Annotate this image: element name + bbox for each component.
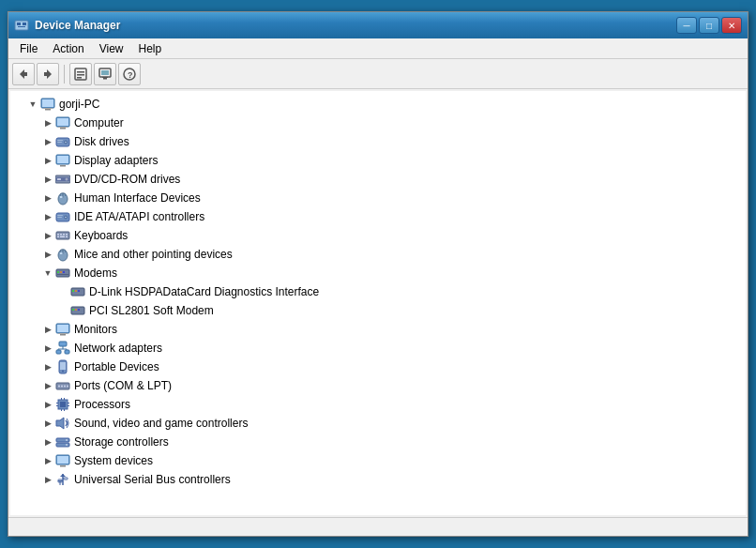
svg-point-91 xyxy=(61,386,63,388)
hid-icon xyxy=(55,190,70,206)
tree-node-usb[interactable]: ▶ Universal Serial Bus controllers xyxy=(10,470,746,489)
menu-help[interactable]: Help xyxy=(131,40,170,57)
svg-rect-77 xyxy=(58,333,68,334)
tree-node-system[interactable]: ▶ System devices xyxy=(10,451,746,470)
menu-action[interactable]: Action xyxy=(45,40,91,57)
svg-point-92 xyxy=(64,386,66,388)
tree-node-root[interactable]: ▼ gorji-PC xyxy=(10,95,746,114)
maximize-button[interactable]: □ xyxy=(699,17,719,34)
svg-point-107 xyxy=(66,439,68,441)
tree-node-dlink[interactable]: ▶ D-Link HSDPADataCard Diagnostics Inter… xyxy=(10,282,746,301)
forward-icon xyxy=(41,68,54,81)
toggle-diskdrives[interactable]: ▶ xyxy=(40,132,55,151)
svg-rect-19 xyxy=(42,99,53,107)
device-tree-panel[interactable]: ▼ gorji-PC ▶ xyxy=(10,91,746,515)
svg-rect-73 xyxy=(78,309,80,311)
toggle-computer[interactable]: ▶ xyxy=(40,114,55,132)
toggle-dvd[interactable]: ▶ xyxy=(40,170,55,189)
minimize-button[interactable]: ─ xyxy=(676,17,697,34)
svg-rect-87 xyxy=(60,362,66,370)
monitors-icon xyxy=(55,322,70,337)
title-bar-left: Device Manager xyxy=(14,18,120,33)
storage-label: Storage controllers xyxy=(74,435,169,449)
toggle-portable[interactable]: ▶ xyxy=(40,358,55,376)
ports-label: Ports (COM & LPT) xyxy=(74,379,172,392)
toggle-monitors[interactable]: ▶ xyxy=(40,320,55,339)
computer-icon xyxy=(40,97,55,112)
dvd-label: DVD/CD-ROM drives xyxy=(74,173,180,186)
menu-view[interactable]: View xyxy=(92,40,131,57)
toggle-ide[interactable]: ▶ xyxy=(40,207,55,226)
toggle-processors[interactable]: ▶ xyxy=(40,395,55,414)
tree-node-pci[interactable]: ▶ PCI SL2801 Soft Modem xyxy=(10,301,746,320)
network-icon xyxy=(55,341,70,356)
svg-rect-79 xyxy=(56,350,61,354)
toggle-hid[interactable]: ▶ xyxy=(40,189,55,207)
svg-rect-63 xyxy=(60,271,62,273)
svg-rect-49 xyxy=(57,234,59,236)
ide-label: IDE ATA/ATAPI controllers xyxy=(74,210,204,223)
toggle-display[interactable]: ▶ xyxy=(40,151,55,170)
svg-rect-29 xyxy=(57,140,63,141)
back-button[interactable] xyxy=(12,63,35,85)
toggle-ports[interactable]: ▶ xyxy=(40,376,55,395)
mice-icon xyxy=(55,247,70,262)
tree-node-sound[interactable]: ▶ Sound, video and game controllers xyxy=(10,414,746,433)
keyboard-icon xyxy=(55,228,70,243)
usb-icon xyxy=(55,472,70,487)
menu-file[interactable]: File xyxy=(12,40,45,57)
device-manager-window: Device Manager ─ □ ✕ File Action View He… xyxy=(8,11,748,537)
tree-node-diskdrives[interactable]: ▶ Disk drives xyxy=(10,132,746,151)
sound-icon xyxy=(55,416,70,431)
svg-rect-1 xyxy=(17,23,21,25)
svg-rect-110 xyxy=(57,456,68,464)
toggle-root[interactable]: ▼ xyxy=(25,95,40,114)
toggle-mice[interactable]: ▶ xyxy=(40,245,55,264)
toggle-storage[interactable]: ▶ xyxy=(40,433,55,451)
toggle-modems[interactable]: ▼ xyxy=(40,264,55,282)
tree-node-modems[interactable]: ▼ Modems xyxy=(10,264,746,282)
diskdrives-label: Disk drives xyxy=(74,135,129,148)
modems-icon xyxy=(55,266,70,281)
toggle-usb[interactable]: ▶ xyxy=(40,470,55,489)
tree-node-dvd[interactable]: ▶ DVD/CD-ROM drives xyxy=(10,170,746,189)
forward-button[interactable] xyxy=(37,63,59,85)
update-driver-button[interactable] xyxy=(94,63,116,85)
tree-node-computer[interactable]: ▶ Computer xyxy=(10,114,746,132)
toggle-sound[interactable]: ▶ xyxy=(40,414,55,433)
tree-node-display[interactable]: ▶ Display adapters xyxy=(10,151,746,170)
tree-node-portable[interactable]: ▶ Portable Devices xyxy=(10,358,746,376)
toggle-system[interactable]: ▶ xyxy=(40,451,55,470)
tree-node-monitors[interactable]: ▶ Monitors xyxy=(10,320,746,339)
tree-node-mice[interactable]: ▶ Mice and other pointing devices xyxy=(10,245,746,264)
svg-point-37 xyxy=(66,178,68,181)
toggle-keyboards[interactable]: ▶ xyxy=(40,226,55,245)
toolbar-separator-1 xyxy=(64,65,65,84)
usb-label: Universal Serial Bus controllers xyxy=(74,473,231,486)
computer-label: Computer xyxy=(74,116,124,129)
svg-rect-55 xyxy=(66,236,68,238)
tree-node-keyboards[interactable]: ▶ Keyboards xyxy=(10,226,746,245)
tree-node-ide[interactable]: ▶ IDE ATA/ATAPI controllers xyxy=(10,207,746,226)
ports-icon xyxy=(55,378,70,393)
help-button[interactable]: ? xyxy=(118,63,141,85)
menu-bar: File Action View Help xyxy=(8,38,748,59)
help-icon: ? xyxy=(123,68,136,81)
svg-rect-72 xyxy=(75,309,77,311)
sound-label: Sound, video and game controllers xyxy=(74,417,248,430)
tree-node-hid[interactable]: ▶ Human Interface Devices xyxy=(10,189,746,207)
tree-node-storage[interactable]: ▶ Storage controllers xyxy=(10,433,746,451)
svg-rect-48 xyxy=(56,232,69,239)
svg-rect-67 xyxy=(72,290,74,292)
tree-node-network[interactable]: ▶ Network adapters xyxy=(10,339,746,358)
diskdrives-icon xyxy=(55,134,70,149)
tree-node-processors[interactable]: ▶ Processors xyxy=(10,395,746,414)
svg-rect-78 xyxy=(59,342,67,346)
toggle-network[interactable]: ▶ xyxy=(40,339,55,358)
pci-icon xyxy=(70,303,85,318)
svg-rect-7 xyxy=(44,72,47,76)
properties-button[interactable] xyxy=(69,63,92,85)
close-button[interactable]: ✕ xyxy=(721,17,742,34)
dlink-icon xyxy=(70,284,85,299)
tree-node-ports[interactable]: ▶ Ports (COM & LPT) xyxy=(10,376,746,395)
